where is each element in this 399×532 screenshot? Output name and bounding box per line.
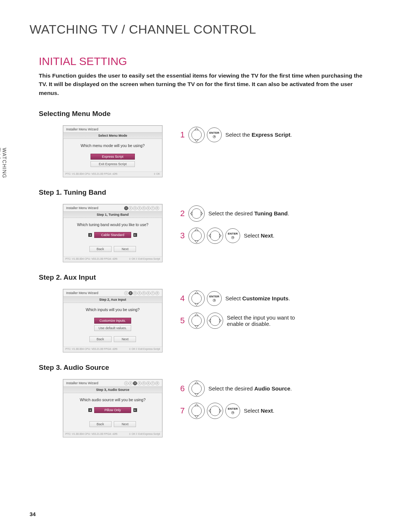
wizard-step-crumbs: 12345678 — [124, 381, 159, 385]
wizard-footer-right: ꔀ OK ꕉ Exit Express Script — [129, 348, 160, 351]
subhead-tuning-band: Step 1. Tuning Band — [39, 188, 369, 197]
wizard-question: Which inputs will you be using? — [66, 307, 159, 312]
section-title: INITIAL SETTING — [39, 55, 369, 68]
dpad-up-down-icon — [188, 381, 205, 397]
wizard-back-button[interactable]: Back — [89, 246, 112, 252]
instr-text-1: Select the Express Script. — [225, 132, 292, 138]
step-number-3: 3 — [177, 231, 185, 241]
instr-text-3: Select Next. — [244, 232, 274, 239]
enter-button-icon: ENTER — [207, 127, 222, 142]
dpad-left-right-icon — [207, 313, 223, 329]
wizard-next-button[interactable]: Next — [114, 421, 136, 427]
wizard-audio-source-selector[interactable]: ◂ Pillow Only ▸ — [88, 407, 137, 413]
instr-text-4: Select Customize Inputs. — [225, 295, 290, 301]
subhead-selecting-menu-mode: Selecting Menu Mode — [39, 110, 369, 118]
page-title: WATCHING TV / CHANNEL CONTROL — [30, 22, 369, 37]
enter-button-icon: ENTER — [207, 291, 222, 306]
instr-text-2: Select the desired Tuning Band. — [208, 210, 289, 216]
dpad-up-down-icon — [188, 228, 205, 244]
dpad-left-right-icon — [188, 205, 205, 222]
wizard-banner: Step 2, Aux Input — [63, 296, 162, 303]
page-number: 34 — [30, 511, 36, 517]
chevron-right-icon[interactable]: ▸ — [133, 408, 137, 412]
step-number-1: 1 — [177, 130, 185, 140]
wizard-tuning-band: Installer Menu Wizard 12345678 Step 1, T… — [63, 204, 163, 262]
wizard-footer-right: ꔀ OK — [154, 173, 160, 175]
wizard-banner: Step 1, Tuning Band — [63, 211, 162, 218]
wizard-back-button[interactable]: Back — [89, 336, 112, 342]
wizard-footer-right: ꔀ OK ꕉ Exit Express Script — [129, 258, 160, 260]
subhead-audio-source: Step 3. Audio Source — [39, 364, 369, 372]
wizard-footer-left: PTC: V1.00.004 CPU: V03.21.00 FPGA: d2f6 — [65, 348, 117, 351]
wizard-footer-left: PTC: V1.00.004 CPU: V03.21.00 FPGA: d2f6 — [65, 433, 117, 436]
enter-button-icon: ENTER — [225, 228, 240, 243]
dpad-up-down-icon — [188, 290, 205, 307]
wizard-select-menu-mode: Installer Menu Wizard Select Menu Mode W… — [63, 125, 163, 177]
step-number-7: 7 — [177, 406, 185, 416]
intro-text: This Function guides the user to easily … — [39, 71, 368, 97]
dpad-up-down-icon — [188, 403, 205, 419]
dpad-left-right-icon — [207, 228, 223, 244]
wizard-step-crumbs: 12345678 — [124, 206, 159, 210]
wizard-question: Which menu mode will you be using? — [66, 143, 159, 148]
dpad-up-down-icon — [188, 127, 205, 143]
side-tab-label: WATCHING TV / CHANNEL CONTROL — [0, 148, 7, 178]
wizard-title: Installer Menu Wizard — [66, 381, 98, 385]
chevron-left-icon[interactable]: ◂ — [88, 408, 92, 412]
wizard-banner: Step 3, Audio Source — [63, 386, 162, 393]
wizard-customize-inputs-button[interactable]: Customize inputs. — [94, 318, 131, 324]
enter-button-icon: ENTER — [225, 403, 240, 418]
wizard-aux-input: Installer Menu Wizard 12345678 Step 2, A… — [63, 289, 163, 352]
instr-text-5: Select the input you want to enable or d… — [227, 314, 308, 327]
wizard-banner: Select Menu Mode — [63, 132, 162, 139]
chevron-right-icon[interactable]: ▸ — [133, 233, 137, 237]
wizard-title: Installer Menu Wizard — [66, 206, 98, 210]
wizard-exit-express-script-button[interactable]: Exit Express Script — [91, 161, 135, 167]
wizard-footer-left: PTC: V1.00.004 CPU: V03.21.00 FPGA: d2f6 — [65, 173, 117, 175]
wizard-footer-right: ꔀ OK ꕉ Exit Express Script — [129, 433, 160, 436]
dpad-up-down-icon — [188, 313, 205, 329]
step-number-6: 6 — [177, 384, 185, 393]
wizard-express-script-button[interactable]: Express Script — [91, 154, 135, 160]
wizard-audio-source: Installer Menu Wizard 12345678 Step 3, A… — [63, 379, 163, 437]
wizard-default-values-button[interactable]: Use default values. — [94, 325, 131, 331]
wizard-back-button[interactable]: Back — [89, 421, 112, 427]
wizard-question: Which tuning band would you like to use? — [66, 222, 159, 227]
step-number-2: 2 — [177, 209, 185, 218]
wizard-next-button[interactable]: Next — [114, 246, 136, 252]
wizard-next-button[interactable]: Next — [114, 336, 136, 342]
chevron-left-icon[interactable]: ◂ — [88, 233, 92, 237]
wizard-question: Which audio source will you be using? — [66, 398, 159, 402]
dpad-left-right-icon — [207, 403, 223, 419]
wizard-step-crumbs: 12345678 — [124, 291, 159, 295]
wizard-title: Installer Menu Wizard — [66, 127, 98, 131]
step-number-4: 4 — [177, 294, 185, 303]
step-number-5: 5 — [177, 316, 185, 325]
wizard-footer-left: PTC: V1.00.004 CPU: V03.21.00 FPGA: d2f6 — [65, 258, 117, 260]
instr-text-6: Select the desired Audio Source. — [208, 385, 292, 392]
wizard-tuning-band-selector[interactable]: ◂ Cable Standard ▸ — [88, 232, 137, 238]
instr-text-7: Select Next. — [244, 407, 274, 414]
subhead-aux-input: Step 2. Aux Input — [39, 273, 369, 282]
wizard-title: Installer Menu Wizard — [66, 291, 98, 295]
